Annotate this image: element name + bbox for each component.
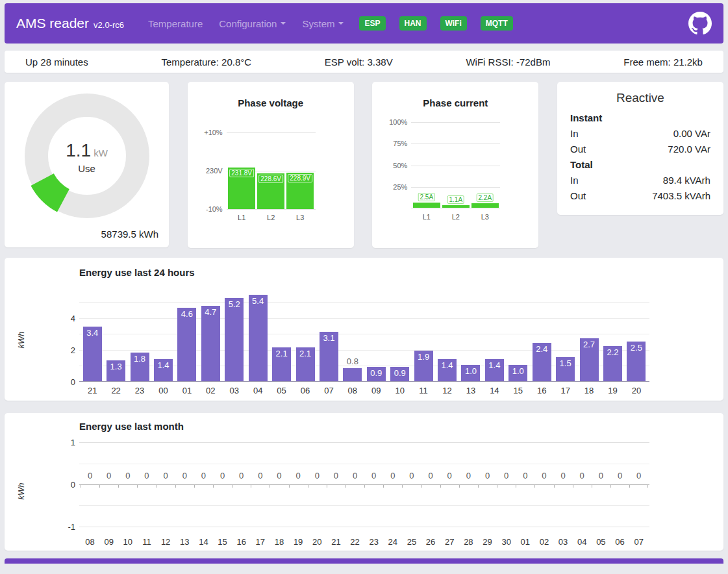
bar-slot: 2.4 bbox=[530, 284, 553, 381]
bar: 3.4 bbox=[83, 327, 102, 381]
x-tick-label: 20 bbox=[308, 537, 327, 547]
bar-slot: 1.4 bbox=[483, 284, 506, 381]
reactive-title: Reactive bbox=[570, 91, 710, 105]
x-tick-label: 16 bbox=[232, 537, 251, 547]
axis-tick bbox=[251, 484, 251, 488]
x-tick-label: 02 bbox=[534, 537, 553, 547]
bar-value-label: 0 bbox=[220, 471, 225, 480]
energy-day-plot: 0243.41.31.81.44.64.75.25.42.12.13.10.80… bbox=[79, 284, 649, 382]
energy-total: 58739.5 kWh bbox=[101, 229, 158, 240]
bar-value-label: 0.9 bbox=[394, 368, 406, 378]
bar-slot: 0 bbox=[478, 436, 497, 533]
bar-slot: 0 bbox=[402, 436, 421, 533]
app-header: AMS reader v2.0-rc6 TemperatureConfigura… bbox=[5, 3, 723, 44]
bar-value-label: 0 bbox=[599, 471, 603, 480]
x-tick-label: 16 bbox=[530, 386, 553, 395]
axis-tick bbox=[137, 484, 138, 488]
x-tick-label: 29 bbox=[478, 537, 497, 547]
bar: 1.3 bbox=[107, 360, 125, 381]
connection-badges: ESPHANWiFiMQTT bbox=[359, 16, 512, 31]
badge-wifi: WiFi bbox=[440, 16, 467, 31]
reactive-row-label: In bbox=[570, 173, 579, 188]
bar-value-label: 0 bbox=[295, 471, 300, 480]
bar: 5.2 bbox=[225, 298, 244, 381]
axis-tick bbox=[629, 484, 630, 488]
x-tick-label: L3 bbox=[471, 213, 499, 221]
bar-slot: 0 bbox=[175, 436, 194, 533]
y-tick-label: 2 bbox=[60, 345, 75, 355]
nav-item-configuration[interactable]: Configuration bbox=[219, 18, 286, 29]
bar-slot: 0 bbox=[629, 436, 648, 533]
github-icon bbox=[688, 12, 712, 35]
x-tick-label: 19 bbox=[601, 386, 624, 395]
nav-item-temperature[interactable]: Temperature bbox=[148, 18, 203, 29]
bar-slot: 3.1 bbox=[317, 284, 340, 381]
x-tick-label: 18 bbox=[270, 537, 288, 547]
bar-slot: 2.5 bbox=[625, 284, 648, 381]
bar-slot: 1.0 bbox=[507, 284, 530, 381]
y-tick-label: 100% bbox=[375, 118, 407, 126]
bar-value-label: 1.3 bbox=[110, 362, 122, 371]
bar-value-label: 1.4 bbox=[441, 360, 453, 370]
x-tick-label: 19 bbox=[289, 537, 308, 547]
phase-voltage-chart: +10%230V-10%231.8V228.6V228.9VL1L2L3 bbox=[188, 132, 354, 221]
reactive-section-heading: Total bbox=[570, 157, 710, 173]
x-tick-label: 07 bbox=[317, 386, 340, 395]
x-tick-label: 18 bbox=[577, 386, 601, 395]
axis-tick bbox=[308, 484, 308, 488]
axis-tick bbox=[647, 484, 648, 488]
gauge-readout: 1.1kW Use bbox=[22, 91, 152, 223]
bar-slot: 2.7 bbox=[577, 284, 601, 381]
bar-value-label: 0 bbox=[523, 471, 527, 480]
energy-day-x-axis: 2122230001020304050607080910111213141516… bbox=[79, 386, 649, 395]
x-tick-label: 14 bbox=[194, 537, 213, 547]
x-tick-label: 22 bbox=[345, 537, 364, 547]
bar-slot: 2.1 bbox=[270, 284, 293, 381]
y-axis-label: kWh bbox=[5, 436, 37, 547]
bar-value-label: 231.8V bbox=[229, 169, 254, 177]
x-tick-label: 13 bbox=[459, 386, 483, 395]
x-tick-label: 02 bbox=[199, 386, 222, 395]
bar-slot: 1.9 bbox=[412, 284, 435, 381]
bar-slot: 2.2 bbox=[601, 284, 624, 381]
reactive-row-label: Out bbox=[570, 188, 586, 204]
bar-value-label: 1.4 bbox=[488, 360, 500, 370]
bar-slot: 4.6 bbox=[175, 284, 199, 381]
github-link[interactable] bbox=[688, 12, 712, 35]
reactive-row-value: 720.0 VAr bbox=[668, 142, 710, 157]
bar-value-label: 0 bbox=[144, 471, 149, 480]
nav-item-label: System bbox=[302, 18, 334, 29]
bar-slot: 0 bbox=[289, 436, 308, 533]
bar-value-label: 0 bbox=[353, 471, 357, 480]
energy-day-plot-area: 0243.41.31.81.44.64.75.25.42.12.13.10.80… bbox=[79, 284, 649, 395]
bar-value-label: 228.6V bbox=[258, 175, 283, 183]
phase-current-card: Phase current 100%75%50%25%2.5A1.1A2.2AL… bbox=[372, 82, 538, 248]
bar-value-label: 0.9 bbox=[370, 368, 382, 378]
bar-slot: 0 bbox=[459, 436, 478, 533]
bar: 1.8 bbox=[131, 353, 149, 381]
bar-value-label: 2.1 bbox=[276, 349, 288, 358]
gridline bbox=[411, 144, 500, 144]
axis-tick bbox=[270, 484, 270, 488]
x-tick-label: 27 bbox=[440, 537, 459, 547]
axis-tick bbox=[554, 484, 555, 488]
nav-item-system[interactable]: System bbox=[302, 18, 344, 29]
bar-slot: 1.4 bbox=[151, 284, 175, 381]
bar: 4.7 bbox=[201, 306, 220, 381]
bar-slot: 0 bbox=[497, 436, 516, 533]
bar-value-label: 5.4 bbox=[252, 296, 264, 306]
bar: 2.4 bbox=[533, 343, 551, 381]
x-tick-label: 05 bbox=[592, 537, 610, 547]
reactive-row: Out720.0 VAr bbox=[570, 142, 710, 157]
bar-value-label: 0 bbox=[164, 471, 168, 480]
energy-month-plot-area: 10-1000000000000000000000000000000 08091… bbox=[79, 436, 649, 547]
axis-tick bbox=[232, 484, 232, 488]
x-tick-label: 23 bbox=[364, 537, 383, 547]
reactive-row-label: In bbox=[570, 126, 579, 142]
bar-slot: 0 bbox=[137, 436, 156, 533]
bar-slot: 0 bbox=[573, 436, 592, 533]
gridline bbox=[411, 187, 500, 188]
bar-slot: 3.4 bbox=[81, 284, 104, 381]
badge-han: HAN bbox=[399, 16, 427, 31]
bar: 2.2 bbox=[603, 346, 622, 381]
